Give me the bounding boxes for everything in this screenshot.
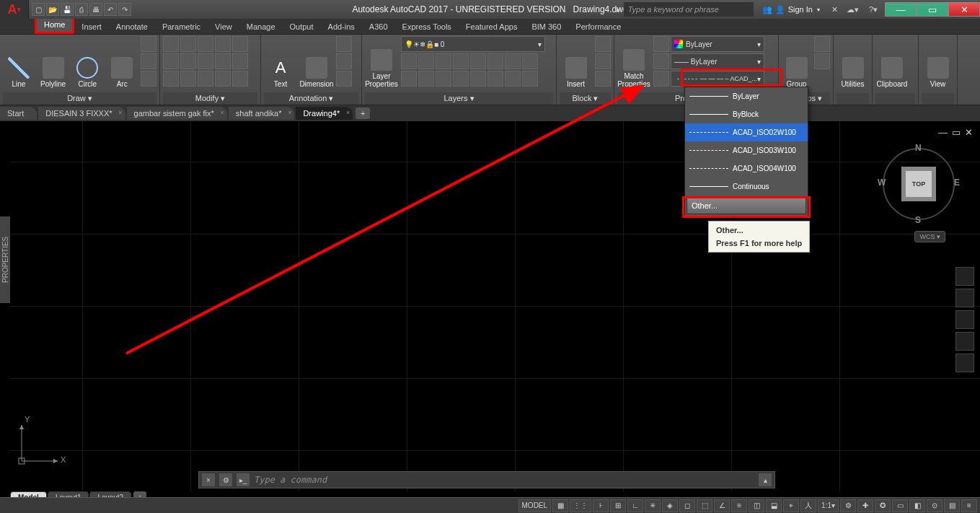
doc-tab-3[interactable]: shaft andika*× bbox=[229, 107, 295, 120]
sb-clean-icon[interactable]: ▤ bbox=[944, 499, 960, 512]
sb-model-button[interactable]: MODEL bbox=[518, 499, 552, 512]
ribbon-tab-annotate[interactable]: Annotate bbox=[109, 19, 155, 34]
doc-tab-start[interactable]: Start bbox=[0, 107, 37, 120]
linetype-item-iso03[interactable]: ACAD_ISO03W100 bbox=[685, 141, 808, 159]
ribbon-tab-performance[interactable]: Performance bbox=[568, 19, 628, 34]
tool-match-properties[interactable]: Match Properties bbox=[617, 36, 650, 88]
sb-osnap-icon[interactable]: ◻ bbox=[679, 499, 695, 512]
maximize-button[interactable]: ▭ bbox=[917, 2, 948, 17]
ribbon-tab-view[interactable]: View bbox=[208, 19, 239, 34]
ribbon-tab-output[interactable]: Output bbox=[283, 19, 321, 34]
nav-pan-icon[interactable] bbox=[955, 289, 974, 307]
ribbon-tab-express[interactable]: Express Tools bbox=[395, 19, 459, 34]
doc-tab-2[interactable]: gambar sistem gak fix*× bbox=[127, 107, 227, 120]
layer-combo[interactable]: 💡☀❄🔒■ 0▾ bbox=[401, 36, 545, 52]
tool-arc[interactable]: Arc bbox=[106, 36, 138, 88]
layer-mini-12[interactable] bbox=[453, 71, 469, 87]
layer-mini-7[interactable] bbox=[505, 53, 521, 69]
layer-mini-15[interactable] bbox=[505, 71, 521, 87]
modify-scale[interactable] bbox=[180, 53, 196, 69]
anno-mini-1[interactable] bbox=[336, 36, 352, 52]
sb-grid-icon[interactable]: ▦ bbox=[552, 499, 568, 512]
draw-mini-3[interactable] bbox=[141, 71, 156, 87]
prop-mini-3[interactable] bbox=[653, 71, 669, 87]
cmd-close-icon[interactable]: × bbox=[202, 473, 215, 486]
add-tab-button[interactable]: + bbox=[356, 108, 370, 119]
close-tab-icon[interactable]: × bbox=[221, 109, 224, 116]
nav-zoom-icon[interactable] bbox=[955, 310, 974, 329]
sb-hw-icon[interactable]: ⊙ bbox=[927, 499, 943, 512]
sb-ann-icon[interactable]: ✚ bbox=[857, 499, 873, 512]
anno-mini-2[interactable] bbox=[336, 53, 352, 69]
nav-orbit-icon[interactable] bbox=[955, 332, 974, 351]
layer-mini-14[interactable] bbox=[487, 71, 503, 87]
modify-15[interactable] bbox=[232, 71, 248, 87]
lineweight-combo[interactable]: —— ByLayer▾ bbox=[671, 53, 764, 69]
linetype-item-byblock[interactable]: ByBlock bbox=[685, 105, 808, 123]
sb-otrack-icon[interactable]: ∠ bbox=[714, 499, 730, 512]
draw-mini-1[interactable] bbox=[141, 36, 156, 52]
layer-mini-5[interactable] bbox=[470, 53, 486, 69]
close-button[interactable]: ✕ bbox=[948, 2, 980, 17]
tool-text[interactable]: AText bbox=[264, 36, 297, 88]
color-combo[interactable]: ByLayer▾ bbox=[671, 36, 764, 52]
sb-iso-icon[interactable]: ◈ bbox=[662, 499, 678, 512]
ribbon-tab-parametric[interactable]: Parametric bbox=[155, 19, 208, 34]
sb-polar-icon[interactable]: ✳ bbox=[645, 499, 661, 512]
ribbon-tab-addins[interactable]: Add-ins bbox=[321, 19, 362, 34]
modify-rotate[interactable] bbox=[180, 36, 196, 52]
sb-tpy-icon[interactable]: ◫ bbox=[749, 499, 764, 512]
drawing-canvas[interactable]: X Y bbox=[10, 121, 980, 491]
nav-showmotion-icon[interactable] bbox=[955, 354, 974, 372]
sb-lwt-icon[interactable]: ≡ bbox=[731, 499, 747, 512]
cloud-icon[interactable]: ☁▾ bbox=[844, 5, 862, 14]
sb-sc-icon[interactable]: ⌖ bbox=[783, 499, 799, 512]
linetype-item-iso04[interactable]: ACAD_ISO04W100 bbox=[685, 159, 808, 177]
sb-iso2-icon[interactable]: ◧ bbox=[909, 499, 925, 512]
ribbon-tab-insert[interactable]: Insert bbox=[74, 19, 109, 34]
search-input[interactable]: Type a keyword or phrase bbox=[624, 2, 754, 17]
close-tab-icon[interactable]: × bbox=[118, 109, 122, 116]
close-tab-icon[interactable]: × bbox=[288, 109, 291, 116]
sb-monitor-icon[interactable]: ▭ bbox=[892, 499, 908, 512]
close-tab-icon[interactable]: × bbox=[346, 109, 350, 116]
linetype-combo[interactable]: — — — – ACAD_...▾ bbox=[671, 71, 764, 87]
viewcube[interactable]: TOP N S E W bbox=[879, 144, 958, 224]
panel-block-title[interactable]: Block ▾ bbox=[560, 92, 611, 105]
doc-max-icon[interactable]: ▭ bbox=[952, 127, 961, 138]
sb-qp-icon[interactable]: ⬓ bbox=[766, 499, 782, 512]
tool-utilities[interactable]: Utilities bbox=[836, 36, 869, 88]
group-mini-2[interactable] bbox=[814, 53, 830, 69]
wcs-badge[interactable]: WCS ▾ bbox=[914, 231, 945, 242]
sb-3dosnap-icon[interactable]: ⬚ bbox=[697, 499, 712, 512]
modify-move[interactable] bbox=[163, 36, 179, 52]
tool-circle[interactable]: Circle bbox=[72, 36, 104, 88]
doc-tab-4[interactable]: Drawing4*× bbox=[296, 107, 353, 120]
sb-ortho-icon[interactable]: ∟ bbox=[627, 499, 643, 512]
properties-palette-tab[interactable]: PROPERTIES bbox=[0, 216, 10, 303]
doc-tab-1[interactable]: DIESAIN 3 FIXXX*× bbox=[38, 107, 125, 120]
layer-mini-13[interactable] bbox=[470, 71, 486, 87]
ribbon-tab-bim360[interactable]: BIM 360 bbox=[524, 19, 568, 34]
sb-gear-icon[interactable]: ⚙ bbox=[840, 499, 856, 512]
modify-13[interactable] bbox=[198, 71, 213, 87]
layer-mini-2[interactable] bbox=[418, 53, 434, 69]
tool-clipboard[interactable]: Clipboard bbox=[875, 36, 909, 88]
layer-mini-8[interactable] bbox=[522, 53, 538, 69]
modify-offset[interactable] bbox=[163, 71, 179, 87]
modify-trim[interactable] bbox=[198, 36, 213, 52]
sb-am-icon[interactable]: 人 bbox=[800, 499, 816, 512]
panel-draw-title[interactable]: Draw ▾ bbox=[3, 92, 156, 105]
doc-close-icon[interactable]: ✕ bbox=[965, 127, 973, 138]
sb-custom-icon[interactable]: ≡ bbox=[961, 499, 977, 512]
command-line[interactable]: × ⚙ ▸_ Type a command ▴ bbox=[198, 471, 775, 488]
help-icon[interactable]: ?▾ bbox=[865, 5, 882, 14]
modify-copy[interactable] bbox=[163, 53, 179, 69]
ribbon-tab-a360[interactable]: A360 bbox=[362, 19, 395, 34]
tool-view[interactable]: View bbox=[922, 36, 954, 88]
linetype-other-button[interactable]: Other... bbox=[687, 197, 806, 214]
signin-button[interactable]: 👥 👤 Sign In▾ bbox=[756, 5, 826, 14]
linetype-item-continuous[interactable]: Continuous bbox=[685, 177, 808, 196]
block-mini-2[interactable] bbox=[595, 53, 611, 69]
qat-open-icon[interactable]: 📂 bbox=[46, 3, 59, 16]
